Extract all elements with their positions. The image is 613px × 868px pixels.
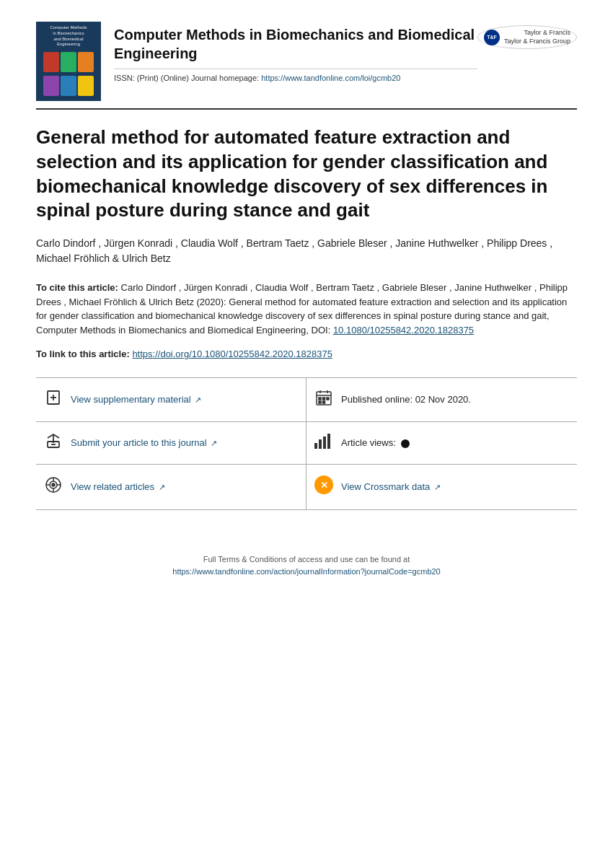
- journal-homepage-link[interactable]: https://www.tandfonline.com/loi/gcmb20: [261, 74, 400, 82]
- supplementary-text: View supplementary material: [71, 394, 191, 405]
- svg-rect-7: [319, 398, 321, 400]
- tf-circle-icon: T&F: [484, 30, 500, 45]
- svg-rect-16: [323, 437, 326, 449]
- cover-image-area: [40, 51, 97, 97]
- external-icon-crossmark: ↗: [434, 483, 441, 491]
- issn-label: ISSN: (Print) (Online) Journal homepage:: [114, 74, 259, 82]
- svg-rect-17: [327, 434, 330, 449]
- action-related: View related articles ↗: [36, 465, 306, 510]
- cover-title: Computer Methodsin Biomechanicsand Biome…: [50, 25, 87, 48]
- action-crossmark: ✕ View Crossmark data ↗: [306, 465, 577, 510]
- calendar-icon: [314, 388, 334, 411]
- views-dot: [401, 439, 410, 448]
- cover-block-2: [61, 52, 76, 72]
- action-views: Article views:: [306, 422, 577, 465]
- action-submit: Submit your article to this journal ↗: [36, 422, 306, 465]
- citation-doi-link[interactable]: 10.1080/10255842.2020.1828375: [333, 325, 474, 336]
- submit-text: Submit your article to this journal: [71, 437, 207, 448]
- svg-rect-15: [319, 439, 322, 449]
- tf-logo-inner: T&F Taylor & Francis Taylor & Francis Gr…: [477, 25, 577, 49]
- submit-link[interactable]: Submit your article to this journal ↗: [71, 437, 217, 448]
- footer-link[interactable]: https://www.tandfonline.com/action/journ…: [172, 567, 440, 576]
- supplementary-link[interactable]: View supplementary material ↗: [71, 394, 201, 405]
- svg-rect-8: [323, 398, 325, 400]
- cover-block-3: [78, 52, 94, 72]
- crossmark-text: View Crossmark data: [341, 481, 430, 492]
- page: Computer Methodsin Biomechanicsand Biome…: [0, 0, 613, 608]
- action-published: Published online: 02 Nov 2020.: [306, 378, 577, 422]
- svg-rect-14: [314, 443, 317, 449]
- crossmark-icon: ✕: [314, 475, 334, 499]
- external-icon-submit: ↗: [211, 439, 217, 447]
- journal-cover: Computer Methodsin Biomechanicsand Biome…: [36, 22, 101, 101]
- action-grid: View supplementary material ↗ Pu: [36, 377, 577, 510]
- views-text: Article views:: [341, 437, 410, 448]
- cover-block-1: [43, 52, 59, 72]
- supplementary-icon: [43, 389, 63, 411]
- tf-text: Taylor & Francis Taylor & Francis Group: [504, 29, 570, 45]
- tf-logo: T&F Taylor & Francis Taylor & Francis Gr…: [477, 22, 577, 49]
- journal-info: Computer Methods in Biomechanics and Bio…: [114, 22, 477, 82]
- article-doi-link[interactable]: https://doi.org/10.1080/10255842.2020.18…: [132, 348, 332, 359]
- related-icon: [43, 475, 63, 499]
- cover-block-5: [61, 76, 76, 96]
- journal-name: Computer Methods in Biomechanics and Bio…: [114, 25, 477, 63]
- journal-header: Computer Methodsin Biomechanicsand Biome…: [36, 22, 577, 110]
- citation-block: To cite this article: Carlo Dindorf , Jü…: [36, 281, 577, 337]
- action-supplementary: View supplementary material ↗: [36, 378, 306, 422]
- issn-line: ISSN: (Print) (Online) Journal homepage:…: [114, 69, 477, 82]
- link-label: To link to this article:: [36, 348, 132, 359]
- footer-line1: Full Terms & Conditions of access and us…: [36, 553, 577, 566]
- article-title: General method for automated feature ext…: [36, 126, 577, 223]
- external-icon-supplementary: ↗: [195, 395, 201, 404]
- article-link-line: To link to this article: https://doi.org…: [36, 347, 577, 361]
- crossmark-link[interactable]: View Crossmark data ↗: [341, 481, 441, 492]
- views-icon: [314, 433, 334, 453]
- submit-icon: [43, 432, 63, 454]
- citation-label: To cite this article:: [36, 282, 118, 293]
- svg-point-24: [52, 483, 55, 486]
- related-text: View related articles: [71, 481, 154, 492]
- authors: Carlo Dindorf , Jürgen Konradi , Claudia…: [36, 236, 577, 266]
- external-icon-related: ↗: [159, 483, 165, 491]
- footer: Full Terms & Conditions of access and us…: [36, 553, 577, 579]
- cover-block-4: [43, 76, 59, 96]
- published-text: Published online: 02 Nov 2020.: [341, 394, 471, 405]
- related-link[interactable]: View related articles ↗: [71, 481, 165, 492]
- svg-text:✕: ✕: [320, 480, 328, 491]
- svg-rect-10: [319, 401, 321, 403]
- cover-block-6: [78, 76, 94, 96]
- svg-rect-9: [327, 398, 329, 400]
- svg-rect-11: [323, 401, 325, 403]
